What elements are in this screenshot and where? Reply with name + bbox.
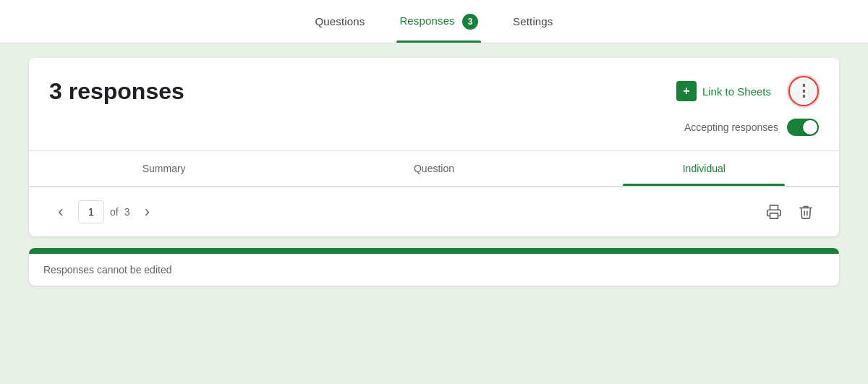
responses-badge: 3	[462, 14, 478, 30]
card-header: 3 responses + Link to Sheets ⋮	[29, 58, 839, 119]
next-icon: ›	[145, 202, 150, 221]
header-actions: + Link to Sheets ⋮	[668, 75, 819, 107]
delete-button[interactable]	[793, 199, 819, 225]
top-navigation: Questions Responses 3 Settings	[0, 0, 868, 43]
page-number-box: 1	[78, 200, 104, 223]
responses-card: 3 responses + Link to Sheets ⋮ Accepting…	[29, 58, 839, 236]
accepting-label: Accepting responses	[684, 121, 778, 133]
sub-tab-individual[interactable]: Individual	[569, 151, 839, 186]
sub-tab-question[interactable]: Question	[299, 151, 569, 186]
pagination-row: ‹ 1 of 3 ›	[29, 187, 839, 236]
pagination-right	[761, 199, 819, 225]
page-total: 3	[124, 206, 130, 218]
sheets-icon: +	[676, 81, 697, 101]
notice-bar	[29, 248, 839, 254]
link-to-sheets-button[interactable]: + Link to Sheets	[668, 75, 780, 107]
main-area: 3 responses + Link to Sheets ⋮ Accepting…	[0, 43, 868, 384]
svg-rect-0	[770, 213, 778, 218]
prev-icon: ‹	[58, 202, 63, 221]
next-page-button[interactable]: ›	[135, 200, 158, 223]
response-count: 3 responses	[49, 78, 184, 105]
link-to-sheets-label: Link to Sheets	[702, 85, 771, 98]
accepting-responses-row: Accepting responses	[29, 119, 839, 150]
sub-tabs: Summary Question Individual	[29, 150, 839, 187]
toggle-track	[787, 119, 819, 136]
more-icon: ⋮	[796, 83, 812, 99]
more-options-button[interactable]: ⋮	[788, 76, 819, 106]
current-page: 1	[88, 206, 94, 218]
sub-tab-summary[interactable]: Summary	[29, 151, 299, 186]
print-button[interactable]	[761, 199, 787, 225]
prev-page-button[interactable]: ‹	[49, 200, 72, 223]
tab-responses[interactable]: Responses 3	[396, 1, 481, 43]
toggle-thumb	[803, 120, 817, 135]
notice-text: Responses cannot be edited	[29, 254, 839, 286]
tab-questions[interactable]: Questions	[312, 2, 367, 40]
print-icon	[766, 204, 782, 220]
accepting-toggle[interactable]	[787, 119, 819, 136]
notice-card: Responses cannot be edited	[29, 248, 839, 286]
trash-icon	[798, 204, 814, 220]
pagination-left: ‹ 1 of 3 ›	[49, 200, 158, 223]
tab-settings[interactable]: Settings	[510, 2, 556, 40]
page-of-label: of	[110, 206, 119, 218]
